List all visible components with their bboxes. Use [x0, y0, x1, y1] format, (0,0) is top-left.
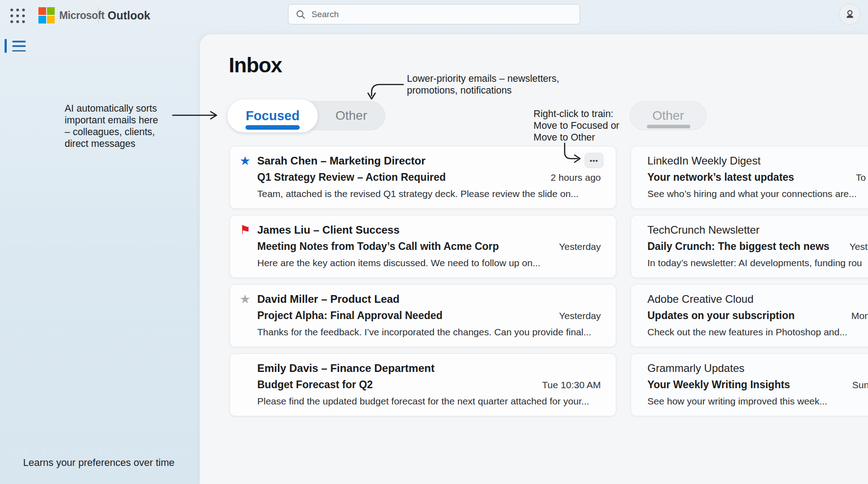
- more-options-button[interactable]: •••: [585, 153, 604, 168]
- annotation-line: – colleagues, clients,: [65, 126, 158, 138]
- email-subject: Updates on your subscription: [647, 310, 795, 322]
- annotation-line: important emails here: [65, 114, 158, 126]
- annotation-line: Move to Other: [533, 132, 619, 143]
- email-time: 2 hours ago: [551, 172, 601, 183]
- search-box[interactable]: [288, 4, 580, 24]
- email-subject: Project Alpha: Final Approval Needed: [257, 310, 443, 322]
- annotation-line: promotions, notifications: [407, 85, 559, 96]
- annotation-footer-note: Learns your preferences over time: [23, 457, 175, 469]
- email-list-item[interactable]: Grammarly Updates Your Weekly Writing In…: [631, 353, 868, 416]
- email-subject: Daily Crunch: The biggest tech news: [647, 240, 830, 253]
- email-list-item[interactable]: ★ Sarah Chen – Marketing Director Q1 Str…: [230, 146, 616, 209]
- person-icon: [844, 8, 856, 21]
- email-time: To: [856, 172, 866, 183]
- annotation-other-note: Lower-priority emails – newsletters, pro…: [407, 73, 559, 96]
- nav-selection-accent-bar: [5, 39, 7, 53]
- email-sender: Sarah Chen – Marketing Director: [257, 155, 425, 167]
- search-input[interactable]: [311, 9, 572, 19]
- email-list-item[interactable]: Emily Davis – Finance Department Budget …: [230, 353, 616, 416]
- email-list-item[interactable]: Adobe Creative Cloud Updates on your sub…: [631, 284, 868, 347]
- email-sender: David Miller – Product Lead: [257, 293, 400, 305]
- annotation-line: AI automatically sorts: [65, 103, 158, 114]
- tab-other-right[interactable]: Other: [630, 101, 707, 130]
- app-name: Outlook: [108, 9, 150, 22]
- email-preview: Thanks for the feedback. I’ve incorporat…: [257, 327, 591, 338]
- active-tab-indicator: [245, 125, 300, 130]
- email-subject: Meeting Notes from Today’s Call with Acm…: [257, 240, 499, 253]
- email-sender: LinkedIn Weekly Digest: [647, 155, 760, 167]
- focused-other-tab-group: Other Focused: [228, 101, 385, 130]
- email-preview: See how your writing improved this week.…: [647, 396, 827, 407]
- tab-other[interactable]: Other: [318, 102, 385, 130]
- email-subject: Budget Forecast for Q2: [257, 379, 373, 391]
- email-time: Yest: [849, 241, 868, 252]
- email-subject: Your network’s latest updates: [647, 171, 794, 183]
- email-sender: TechCrunch Newsletter: [647, 224, 760, 236]
- hamburger-menu-icon[interactable]: [12, 41, 26, 52]
- tab-focused[interactable]: Focused: [227, 99, 318, 132]
- email-list-item[interactable]: TechCrunch Newsletter Daily Crunch: The …: [631, 215, 868, 278]
- account-avatar-button[interactable]: [839, 4, 860, 25]
- email-list-item[interactable]: LinkedIn Weekly Digest Your network’s la…: [631, 146, 868, 209]
- annotation-train-note: Right-click to train: Move to Focused or…: [533, 108, 619, 143]
- outlook-focused-inbox-screen: { "topbar": { "microsoft_label": "Micros…: [0, 0, 868, 484]
- search-icon: [296, 9, 306, 19]
- email-list-item[interactable]: ⚑ James Liu – Client Success Meeting Not…: [230, 215, 616, 278]
- flag-icon[interactable]: ⚑: [240, 224, 250, 236]
- annotation-line: direct messages: [65, 138, 158, 150]
- annotation-focused-note: AI automatically sorts important emails …: [65, 103, 158, 150]
- microsoft-wordmark: Microsoft: [59, 9, 104, 22]
- tab-focused-label: Focused: [245, 108, 299, 123]
- email-preview: Check out the new features in Photoshop …: [647, 327, 847, 338]
- annotation-line: Move to Focused or: [533, 120, 619, 132]
- other-tab-indicator: [647, 125, 690, 128]
- microsoft-brand: Microsoft: [38, 7, 104, 23]
- star-icon[interactable]: ★: [240, 155, 250, 167]
- email-time: Yesterday: [559, 241, 601, 252]
- tab-other-label: Other: [335, 108, 367, 123]
- email-time: Sun: [852, 380, 868, 390]
- email-time: Yesterday: [559, 310, 601, 321]
- email-preview: Please find the updated budget forecast …: [257, 396, 589, 407]
- email-sender: Grammarly Updates: [647, 362, 745, 375]
- microsoft-logo-icon: [38, 7, 55, 23]
- email-sender: Emily Davis – Finance Department: [257, 362, 434, 375]
- tab-other-right-label: Other: [652, 108, 684, 123]
- app-launcher-icon[interactable]: [8, 6, 27, 25]
- star-icon[interactable]: ★: [240, 293, 250, 305]
- email-time: Mon: [851, 310, 868, 321]
- email-subject: Q1 Strategy Review – Action Required: [257, 171, 446, 183]
- email-time: Tue 10:30 AM: [542, 380, 601, 390]
- email-preview: In today’s newsletter: AI developments, …: [647, 258, 862, 268]
- email-sender: Adobe Creative Cloud: [647, 293, 754, 305]
- brand-divider: [98, 7, 99, 23]
- email-preview: Here are the key action items discussed.…: [257, 258, 540, 268]
- page-title: Inbox: [229, 55, 282, 75]
- email-list-item[interactable]: ★ David Miller – Product Lead Project Al…: [230, 284, 616, 347]
- annotation-line: Right-click to train:: [533, 108, 619, 120]
- email-sender: James Liu – Client Success: [257, 224, 400, 236]
- email-subject: Your Weekly Writing Insights: [647, 379, 790, 391]
- email-preview: See who’s hiring and what your connectio…: [647, 188, 857, 199]
- email-preview: Team, attached is the revised Q1 strateg…: [257, 188, 579, 199]
- annotation-line: Lower-priority emails – newsletters,: [407, 73, 559, 85]
